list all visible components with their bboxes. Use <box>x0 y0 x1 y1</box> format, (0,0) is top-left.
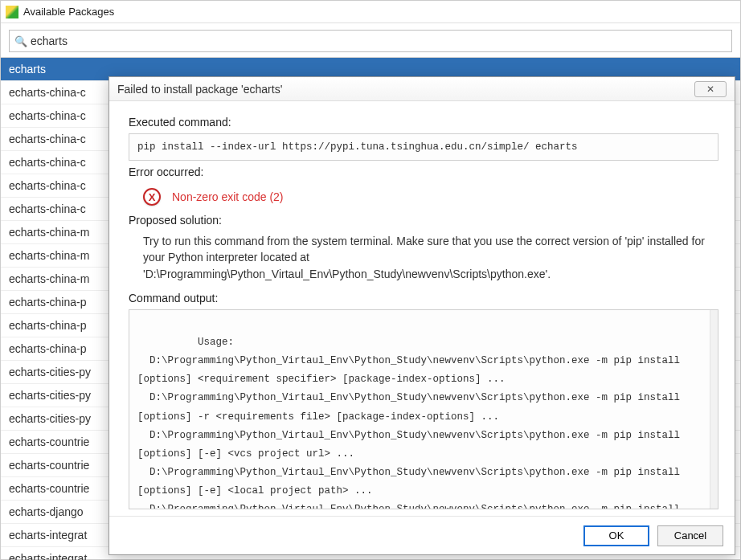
search-icon: 🔍 <box>14 35 27 47</box>
close-button[interactable]: ✕ <box>694 81 727 97</box>
error-row: X Non-zero exit code (2) <box>129 183 718 209</box>
error-occurred-label: Error occurred: <box>129 166 718 178</box>
dialog-titlebar: Failed to install package 'echarts' ✕ <box>109 77 735 101</box>
search-wrap: 🔍 <box>1 23 740 57</box>
dialog-title: Failed to install package 'echarts' <box>117 83 694 96</box>
executed-command-label: Executed command: <box>129 116 718 129</box>
command-output-label: Command output: <box>129 292 718 305</box>
command-output-text: Usage: D:\Programming\Python_Virtaul_Env… <box>137 337 686 509</box>
available-packages-window: Available Packages 🔍 echartsecharts-chin… <box>0 0 741 560</box>
app-icon <box>6 6 18 18</box>
window-title: Available Packages <box>23 6 114 18</box>
executed-command-box[interactable]: pip install --index-url https://pypi.tun… <box>129 133 718 161</box>
output-wrap: Command output: Usage: D:\Programming\Py… <box>129 287 718 509</box>
search-box[interactable]: 🔍 <box>9 30 732 52</box>
proposed-solution-text: Try to run this command from the system … <box>129 231 718 287</box>
dialog-body: Executed command: pip install --index-ur… <box>109 101 735 516</box>
install-error-dialog: Failed to install package 'echarts' ✕ Ex… <box>108 76 735 555</box>
dialog-button-row: OK Cancel <box>109 516 735 554</box>
search-input[interactable] <box>31 35 727 47</box>
command-output-box[interactable]: Usage: D:\Programming\Python_Virtaul_Env… <box>129 309 718 509</box>
error-message: Non-zero exit code (2) <box>172 190 284 203</box>
proposed-solution-label: Proposed solution: <box>129 214 718 227</box>
error-icon: X <box>143 188 161 206</box>
close-icon: ✕ <box>706 84 715 95</box>
ok-button[interactable]: OK <box>583 525 649 546</box>
titlebar: Available Packages <box>1 1 740 23</box>
cancel-button[interactable]: Cancel <box>657 525 723 546</box>
scrollbar[interactable] <box>710 310 718 509</box>
